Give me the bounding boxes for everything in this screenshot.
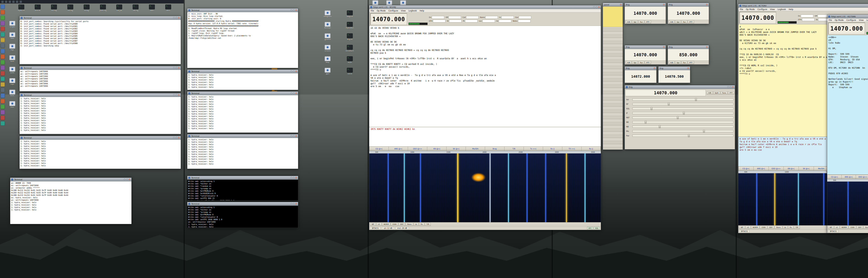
desktop-icon[interactable]: gqrx <box>321 68 334 75</box>
window-titlebar[interactable]: flrig <box>668 3 709 7</box>
rig-button[interactable]: A/B <box>626 20 631 24</box>
desktop-icon[interactable]: caps <box>6 78 19 85</box>
minimize-button[interactable] <box>173 17 175 19</box>
close-button[interactable] <box>687 67 689 69</box>
rig-button[interactable]: PTT <box>688 20 694 24</box>
window-titlebar[interactable]: panel <box>603 3 623 7</box>
rig-button[interactable]: Spl <box>675 20 681 24</box>
waterfall-control-button[interactable]: NORM <box>840 226 848 229</box>
macro-button[interactable]: Me/Qth <box>814 166 829 171</box>
minimize-button[interactable] <box>173 94 175 96</box>
terminal-output[interactable]: D: init_port_combos: Searching /sys/clas… <box>20 20 181 64</box>
desktop-icon[interactable]: Backups <box>321 22 334 29</box>
desktop-icon[interactable]: wav <box>145 4 159 11</box>
log-field-input[interactable] <box>449 20 462 22</box>
close-button[interactable] <box>295 71 297 72</box>
menu-item[interactable]: Configure <box>846 19 856 21</box>
dock-icon[interactable] <box>1 88 5 92</box>
macro-button[interactable]: KN @>| <box>784 166 799 171</box>
waterfall-display[interactable] <box>827 182 868 225</box>
rig-button[interactable]: PTT <box>645 61 651 64</box>
panel-icon[interactable] <box>9 1 11 3</box>
macro-button[interactable]: SK @>| <box>446 147 466 151</box>
menu-item[interactable]: Logbook <box>866 19 868 21</box>
desktop-icon[interactable]: xdiagnose <box>321 10 334 18</box>
minimize-button[interactable] <box>290 177 292 178</box>
macro-button[interactable]: CQ @>| <box>827 175 842 179</box>
desktop-icon[interactable]: audio <box>6 67 19 74</box>
minimize-button[interactable] <box>727 86 729 88</box>
slider[interactable] <box>632 135 734 137</box>
mode-indicator[interactable]: BPSK31 <box>828 230 838 233</box>
frequency-display[interactable]: 850.000 <box>668 49 709 61</box>
close-button[interactable] <box>663 46 665 48</box>
frequency-display[interactable]: 14070.000 <box>370 13 407 25</box>
macro-button[interactable]: QSO @>> <box>769 166 784 171</box>
frequency-display[interactable]: 14070.000 <box>625 7 666 20</box>
log-field-input[interactable] <box>518 20 530 22</box>
window-titlebar[interactable]: fldigi ver4.1.01 - KG7SNN <box>827 15 868 19</box>
minimize-button[interactable] <box>290 92 292 94</box>
dock-icon[interactable] <box>1 55 5 59</box>
dock-icon[interactable] <box>1 99 5 103</box>
maximize-button[interactable] <box>176 17 177 19</box>
slider-thumb[interactable] <box>668 103 670 106</box>
macro-button[interactable]: CQ @>| <box>738 166 753 171</box>
close-button[interactable] <box>598 6 600 8</box>
slider[interactable] <box>632 112 734 114</box>
dock-icon[interactable] <box>1 71 5 76</box>
maximize-button[interactable] <box>176 137 177 139</box>
dock-icon[interactable] <box>1 105 5 109</box>
slider-thumb[interactable] <box>688 134 690 137</box>
desktop-icon[interactable]: kiss.sh <box>31 4 44 11</box>
dock-icon[interactable] <box>1 16 5 20</box>
waterfall-control-button[interactable]: Store <box>775 226 782 229</box>
rx-text-area[interactable]: <<DB>>e9ls5n 9uBoHi OM,Report: 599 599Na… <box>827 35 868 175</box>
log-field-input[interactable] <box>483 20 495 22</box>
macro-button[interactable]: TX >>| <box>562 147 582 151</box>
waterfall-control-button[interactable]: T/R <box>794 226 800 229</box>
slider[interactable] <box>632 117 734 119</box>
slider[interactable] <box>632 126 734 128</box>
close-button[interactable] <box>295 92 297 94</box>
dock-icon[interactable] <box>1 66 5 70</box>
waterfall-control-button[interactable]: Store <box>864 226 868 229</box>
terminal-output[interactable]: 1: hydra_receiver: helo1: hydra_receiver… <box>187 138 298 169</box>
slider-thumb[interactable] <box>677 116 679 119</box>
menu-item[interactable]: Op Mode <box>377 9 385 12</box>
desktop-icon[interactable]: htop <box>321 56 334 63</box>
close-button[interactable] <box>732 86 734 88</box>
macro-button[interactable]: T/R <box>504 147 524 151</box>
control-strip-body[interactable] <box>603 7 623 149</box>
window-titlebar[interactable]: flrig <box>625 85 735 89</box>
log-field-input[interactable] <box>465 20 477 22</box>
menu-item[interactable]: Help <box>789 8 793 10</box>
panel-icon[interactable] <box>1 1 4 3</box>
menu-item[interactable]: Logbook <box>778 8 786 10</box>
menu-item[interactable]: View <box>401 9 406 12</box>
minimize-button[interactable] <box>290 135 292 137</box>
menu-item[interactable]: Logbook <box>408 9 417 12</box>
afc-toggle[interactable]: AFC <box>587 227 593 229</box>
macro-button[interactable]: QSO @>> <box>408 147 427 151</box>
frequency-display[interactable]: 14070.000 <box>828 23 865 34</box>
minimize-button[interactable] <box>290 71 292 72</box>
waterfall-control-button[interactable]: 1500 <box>760 226 767 229</box>
rig-button[interactable]: Tun <box>681 20 687 24</box>
menu-item[interactable]: File <box>371 9 374 12</box>
window-titlebar[interactable]: Terminal <box>187 134 298 138</box>
window-titlebar[interactable]: Terminal <box>187 202 298 206</box>
dock-icon[interactable] <box>1 77 5 81</box>
waterfall-control-button[interactable]: x1 <box>834 226 840 229</box>
dock-icon[interactable] <box>1 10 5 15</box>
close-button[interactable] <box>295 9 297 11</box>
desktop-icon[interactable]: gparted <box>321 33 334 40</box>
dock-icon[interactable] <box>1 82 5 87</box>
macro-button[interactable]: Rx || <box>543 147 562 151</box>
log-field-input[interactable] <box>501 16 514 19</box>
window-titlebar[interactable]: Terminal <box>20 16 181 20</box>
minimize-button[interactable] <box>124 178 125 180</box>
maximize-button[interactable] <box>293 135 294 137</box>
slider[interactable] <box>632 99 734 101</box>
rig-button[interactable]: A/B <box>669 20 675 24</box>
